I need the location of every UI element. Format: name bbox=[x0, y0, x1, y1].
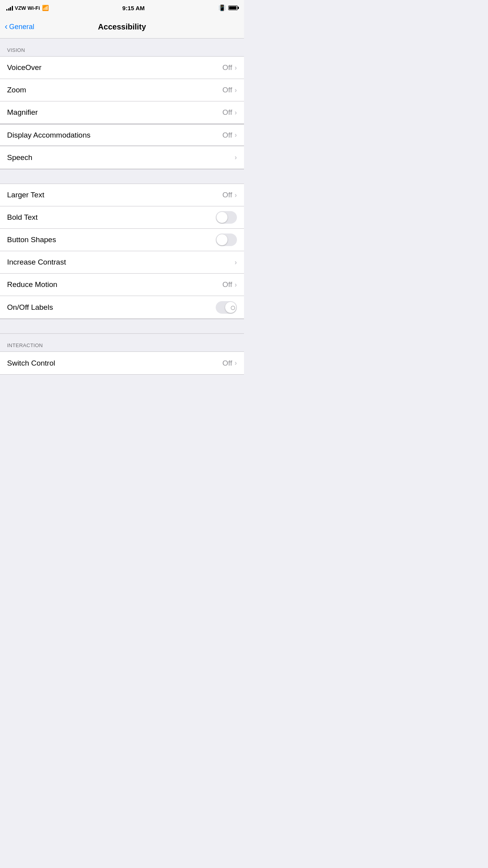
back-chevron-icon: ‹ bbox=[5, 22, 7, 31]
row-larger-text-right: Off › bbox=[222, 191, 237, 199]
back-button[interactable]: ‹ General bbox=[5, 23, 34, 31]
row-voiceover-label: VoiceOver bbox=[7, 63, 42, 72]
row-magnifier[interactable]: Magnifier Off › bbox=[0, 101, 244, 124]
row-speech[interactable]: Speech › bbox=[0, 146, 244, 169]
status-right: 📳 bbox=[218, 4, 238, 11]
chevron-icon: › bbox=[235, 281, 237, 289]
row-display-accommodations-value: Off bbox=[222, 131, 232, 140]
row-onoff-labels[interactable]: On/Off Labels ◯ bbox=[0, 296, 244, 318]
row-bold-text-right bbox=[216, 211, 237, 224]
row-display-accommodations[interactable]: Display Accommodations Off › bbox=[0, 124, 244, 146]
button-shapes-toggle-knob bbox=[216, 234, 227, 245]
row-reduce-motion[interactable]: Reduce Motion Off › bbox=[0, 274, 244, 296]
row-reduce-motion-label: Reduce Motion bbox=[7, 280, 57, 289]
table-group-media: Larger Text Off › Bold Text Button Shape… bbox=[0, 184, 244, 319]
row-larger-text-value: Off bbox=[222, 191, 232, 199]
table-group-vision: VoiceOver Off › Zoom Off › Magnifier Off… bbox=[0, 56, 244, 169]
status-time: 9:15 AM bbox=[122, 5, 145, 11]
row-magnifier-right: Off › bbox=[222, 108, 237, 117]
row-display-accommodations-right: Off › bbox=[222, 131, 237, 140]
page-title: Accessibility bbox=[98, 22, 146, 31]
row-zoom-value: Off bbox=[222, 86, 232, 94]
section-spacer-2 bbox=[0, 319, 244, 334]
nav-bar: ‹ General Accessibility bbox=[0, 16, 244, 39]
status-bar: VZW Wi-Fi 📶 9:15 AM 📳 bbox=[0, 0, 244, 16]
row-magnifier-label: Magnifier bbox=[7, 108, 38, 117]
row-button-shapes[interactable]: Button Shapes bbox=[0, 229, 244, 251]
row-switch-control-right: Off › bbox=[222, 359, 237, 368]
status-left: VZW Wi-Fi 📶 bbox=[6, 5, 49, 11]
carrier-label: VZW Wi-Fi bbox=[15, 5, 40, 11]
button-shapes-toggle[interactable] bbox=[216, 234, 237, 246]
chevron-icon: › bbox=[235, 86, 237, 94]
back-label: General bbox=[9, 23, 34, 31]
bluetooth-icon: 📳 bbox=[218, 4, 226, 11]
chevron-icon: › bbox=[235, 64, 237, 72]
row-button-shapes-right bbox=[216, 234, 237, 246]
row-increase-contrast-label: Increase Contrast bbox=[7, 258, 66, 267]
bold-text-toggle[interactable] bbox=[216, 211, 237, 224]
row-switch-control-label: Switch Control bbox=[7, 359, 55, 368]
row-larger-text-label: Larger Text bbox=[7, 191, 44, 199]
row-reduce-motion-value: Off bbox=[222, 280, 232, 289]
row-speech-label: Speech bbox=[7, 153, 32, 162]
row-button-shapes-label: Button Shapes bbox=[7, 235, 56, 244]
onoff-labels-toggle[interactable]: ◯ bbox=[216, 301, 237, 314]
section-interaction-header: INTERACTION bbox=[0, 334, 244, 351]
chevron-icon: › bbox=[235, 153, 237, 162]
wifi-icon: 📶 bbox=[42, 5, 49, 11]
row-increase-contrast-right: › bbox=[235, 258, 237, 267]
section-spacer-1 bbox=[0, 169, 244, 184]
row-reduce-motion-right: Off › bbox=[222, 280, 237, 289]
chevron-icon: › bbox=[235, 359, 237, 367]
row-increase-contrast[interactable]: Increase Contrast › bbox=[0, 251, 244, 274]
row-voiceover-value: Off bbox=[222, 63, 232, 72]
row-display-accommodations-label: Display Accommodations bbox=[7, 131, 90, 140]
chevron-icon: › bbox=[235, 191, 237, 199]
chevron-icon: › bbox=[235, 258, 237, 267]
row-onoff-labels-right: ◯ bbox=[216, 301, 237, 314]
chevron-icon: › bbox=[235, 131, 237, 139]
bold-text-toggle-knob bbox=[216, 212, 227, 223]
row-switch-control[interactable]: Switch Control Off › bbox=[0, 352, 244, 374]
row-switch-control-value: Off bbox=[222, 359, 232, 368]
row-zoom[interactable]: Zoom Off › bbox=[0, 79, 244, 101]
row-onoff-labels-label: On/Off Labels bbox=[7, 303, 53, 312]
row-speech-right: › bbox=[235, 153, 237, 162]
table-group-interaction: Switch Control Off › bbox=[0, 351, 244, 375]
signal-icon bbox=[6, 5, 13, 11]
row-zoom-label: Zoom bbox=[7, 86, 26, 94]
row-zoom-right: Off › bbox=[222, 86, 237, 94]
row-bold-text-label: Bold Text bbox=[7, 213, 38, 222]
row-larger-text[interactable]: Larger Text Off › bbox=[0, 184, 244, 206]
chevron-icon: › bbox=[235, 108, 237, 117]
row-voiceover-right: Off › bbox=[222, 63, 237, 72]
section-vision-header: VISION bbox=[0, 39, 244, 56]
row-bold-text[interactable]: Bold Text bbox=[0, 206, 244, 229]
battery-icon bbox=[228, 6, 238, 10]
row-magnifier-value: Off bbox=[222, 108, 232, 117]
row-voiceover[interactable]: VoiceOver Off › bbox=[0, 57, 244, 79]
